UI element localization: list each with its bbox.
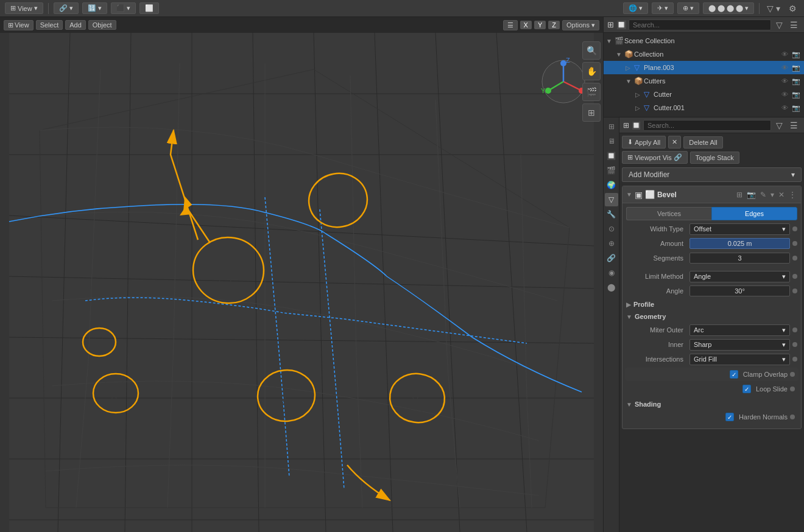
overlay-btn[interactable]: ⊕ ▾ [677, 2, 699, 14]
zoom-icon[interactable]: 🔍 [582, 41, 601, 60]
cutter001-vis-icon[interactable]: 👁 [780, 104, 789, 111]
cutter-arrow[interactable]: ▷ [635, 91, 644, 98]
collection-arrow[interactable]: ▼ [616, 51, 624, 58]
editor-type-btn[interactable]: 🔗 ▾ [54, 2, 79, 14]
outliner-search[interactable] [629, 19, 771, 30]
props-filter-btn[interactable]: ▽ [774, 119, 785, 131]
bevel-render-icon[interactable]: 📷 [746, 190, 757, 200]
vp-view-btn[interactable]: ⊞ View [4, 20, 34, 30]
apply-close-btn[interactable]: ✕ [668, 136, 681, 149]
bevel-angle-value[interactable]: 30° [689, 285, 790, 296]
bevel-tab-edges[interactable]: Edges [711, 207, 797, 220]
vp-select-btn[interactable]: Select [36, 20, 63, 30]
apply-all-btn[interactable]: ⬇ Apply All [622, 136, 666, 149]
bevel-realtime-icon[interactable]: ⊞ [735, 190, 744, 200]
outliner-item-cutter001[interactable]: ▷ ▽ Cutter.001 👁 📷 [604, 101, 804, 114]
scene-collection-arrow[interactable]: ▼ [606, 38, 615, 44]
props-icon-view-layer[interactable]: 🔲 [605, 149, 618, 163]
bevel-width-type-dropdown[interactable]: Offset ▾ [689, 223, 790, 235]
bevel-expand-arrow[interactable]: ▼ [626, 191, 632, 198]
vp-object-btn[interactable]: Object [88, 20, 116, 30]
outliner-item-plane003[interactable]: ▷ ▽ Plane.003 👁 📷 [604, 61, 804, 74]
cutter001-arrow[interactable]: ▷ [635, 105, 644, 111]
plane003-arrow[interactable]: ▷ [626, 65, 634, 71]
shading-btn[interactable]: ⬤ ⬤ ⬤ ⬤ ▾ [703, 2, 754, 14]
bevel-onoff-icon[interactable]: ▾ [769, 190, 775, 200]
bevel-width-type-dot[interactable] [792, 226, 797, 231]
outliner-item-cutter[interactable]: ▷ ▽ Cutter 👁 📷 [604, 88, 804, 101]
bevel-amount-value[interactable]: 0.025 m [689, 238, 790, 249]
props-icon-scene[interactable]: 🎬 [605, 164, 618, 177]
vp-add-btn[interactable]: Add [65, 20, 86, 30]
props-menu-btn[interactable]: ☰ [788, 119, 800, 131]
nav-btn[interactable]: ✈ ▾ [652, 2, 674, 14]
props-icon-render[interactable]: ⊞ [605, 120, 618, 133]
bevel-clamp-overlap-dot[interactable] [790, 372, 795, 377]
cutters-render-icon[interactable]: 📷 [791, 77, 802, 85]
plane003-render-icon[interactable]: 📷 [791, 64, 802, 72]
filter-btn[interactable]: ▽ ▾ [764, 2, 783, 15]
grid-icon[interactable]: ⊞ [582, 103, 601, 122]
props-icon-constraints[interactable]: 🔗 [605, 251, 618, 265]
bevel-geometry-section[interactable]: ▼ Geometry [622, 310, 801, 323]
camera-icon[interactable]: 🎬 [582, 83, 601, 101]
props-icon-object[interactable]: ▽ [605, 193, 618, 206]
cutter-render-icon[interactable]: 📷 [791, 91, 802, 99]
bevel-tab-vertices[interactable]: Vertices [626, 207, 711, 220]
outliner-item-scene-collection[interactable]: ▼ 🎬 Scene Collection [604, 34, 804, 47]
bevel-editmode-icon[interactable]: ✎ [759, 190, 767, 200]
bevel-menu-icon[interactable]: ⋮ [788, 190, 797, 200]
plane003-vis-icon[interactable]: 👁 [780, 64, 789, 71]
bevel-miter-outer-dot[interactable] [792, 327, 797, 332]
bevel-intersections-dot[interactable] [792, 357, 797, 362]
bevel-shading-section[interactable]: ▼ Shading [622, 398, 801, 410]
bevel-amount-dot[interactable] [792, 241, 797, 246]
bevel-profile-section[interactable]: ▶ Profile [622, 298, 801, 310]
bevel-clamp-overlap-checkbox[interactable] [730, 370, 738, 379]
bevel-limit-method-dot[interactable] [792, 274, 797, 279]
sphere-icon-btn[interactable]: 🌐 ▾ [623, 2, 648, 14]
viewport[interactable]: ⊞ View Select Add Object ☰ X Y Z Options… [0, 17, 603, 532]
outliner-menu-btn[interactable]: ☰ [788, 19, 800, 31]
bevel-close-icon[interactable]: ✕ [777, 190, 786, 200]
add-modifier-btn[interactable]: Add Modifier ▾ [622, 167, 802, 182]
toggle-stack-btn[interactable]: Toggle Stack [690, 152, 739, 164]
move-icon[interactable]: ✋ [582, 62, 601, 80]
settings-btn[interactable]: ⚙ [786, 2, 799, 15]
bevel-angle-dot[interactable] [792, 289, 797, 293]
collection-vis-icon[interactable]: 👁 [780, 51, 789, 58]
bevel-inner-dropdown[interactable]: Sharp ▾ [689, 339, 790, 351]
bevel-intersections-dropdown[interactable]: Grid Fill ▾ [689, 354, 790, 365]
bevel-segments-value[interactable]: 3 [689, 253, 790, 264]
bevel-segments-dot[interactable] [792, 256, 797, 261]
props-icon-physics[interactable]: ⊕ [605, 237, 618, 250]
orientation-btn[interactable]: ☰ [503, 20, 518, 30]
workspace-btn[interactable]: 🔢 ▾ [82, 2, 107, 14]
view-menu-btn[interactable]: ⊞ View ▾ [5, 2, 43, 14]
cutters-vis-icon[interactable]: 👁 [780, 77, 789, 85]
bevel-harden-normals-checkbox[interactable] [725, 413, 734, 421]
bevel-inner-dot[interactable] [792, 342, 797, 347]
delete-all-btn[interactable]: Delete All [683, 136, 722, 149]
outliner-item-collection[interactable]: ▼ 📦 Collection 👁 📷 [604, 47, 804, 61]
collection-render-icon[interactable]: 📷 [791, 51, 802, 58]
bevel-miter-outer-dropdown[interactable]: Arc ▾ [689, 324, 790, 336]
cutter001-render-icon[interactable]: 📷 [791, 104, 802, 112]
outliner-item-cutters[interactable]: ▼ 📦 Cutters 👁 📷 [604, 74, 804, 88]
viewport-vis-btn[interactable]: ⊞ Viewport Vis 🔗 [622, 151, 688, 164]
scene-btn[interactable]: ⬛ ▾ [111, 2, 136, 14]
bevel-loop-slide-checkbox[interactable] [742, 385, 751, 393]
bevel-loop-slide-dot[interactable] [790, 387, 795, 391]
props-icon-world[interactable]: 🌍 [605, 178, 618, 192]
props-icon-modifier[interactable]: 🔧 [605, 208, 618, 221]
render-btn[interactable]: ⬜ [139, 2, 159, 14]
props-search-input[interactable] [643, 120, 771, 131]
props-icon-particles[interactable]: ⊙ [605, 222, 618, 236]
cutter-vis-icon[interactable]: 👁 [780, 91, 789, 98]
bevel-limit-method-dropdown[interactable]: Angle ▾ [689, 271, 790, 282]
props-icon-material[interactable]: ⬤ [605, 281, 618, 294]
props-icon-output[interactable]: 🖥 [605, 135, 618, 148]
options-btn[interactable]: Options ▾ [562, 20, 599, 30]
props-icon-data[interactable]: ◉ [605, 266, 618, 279]
outliner-filter-btn[interactable]: ▽ [774, 19, 785, 31]
